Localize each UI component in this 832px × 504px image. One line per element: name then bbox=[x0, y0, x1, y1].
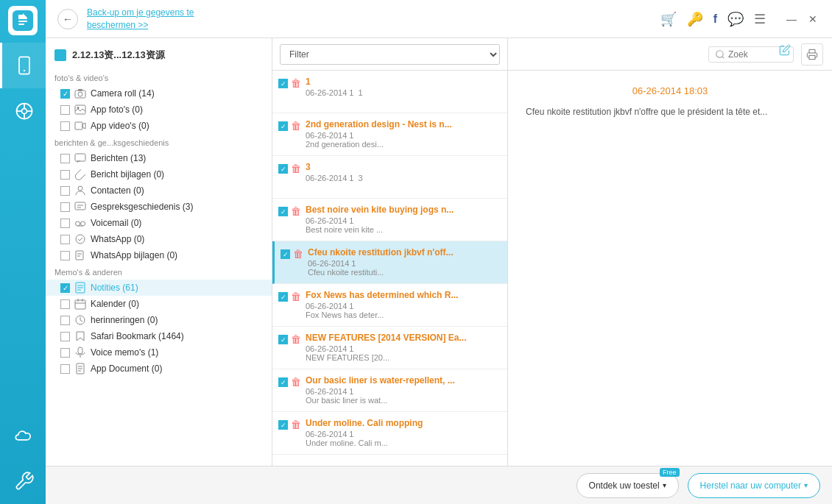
item-9-date: 06-26-2014 1 bbox=[306, 430, 501, 439]
cart-icon[interactable]: 🛒 bbox=[660, 11, 677, 27]
backup-link[interactable]: Back-up om je gegevens te beschermen >> bbox=[87, 7, 194, 32]
item-check-5[interactable]: ✓ bbox=[281, 249, 290, 259]
checkbox-voice-memos[interactable] bbox=[60, 348, 70, 358]
key-icon[interactable]: 🔑 bbox=[687, 11, 703, 27]
list-item-9[interactable]: ✓ 🗑 Under moline. Cali mopping 06-26-201… bbox=[272, 412, 507, 455]
tree-item-whatsapp[interactable]: WhatsApp (0) bbox=[46, 231, 272, 247]
label-berichten: Berichten (13) bbox=[91, 153, 146, 163]
edit-button[interactable] bbox=[779, 44, 791, 58]
delete-item-9[interactable]: 🗑 bbox=[291, 419, 301, 430]
sidebar-cloud-icon[interactable] bbox=[0, 413, 46, 458]
tree-item-kalender[interactable]: Kalender (0) bbox=[46, 296, 272, 312]
discover-chevron: ▾ bbox=[663, 481, 666, 489]
checkbox-berichten[interactable] bbox=[60, 154, 70, 163]
list-item-3[interactable]: ✓ 🗑 3 06-26-2014 1 3 bbox=[272, 156, 507, 199]
checkbox-camera-roll[interactable]: ✓ bbox=[60, 89, 70, 99]
content-row: 2.12.13资...12.13资源 foto's & video's ✓ Ca… bbox=[46, 38, 832, 466]
checkbox-kalender[interactable] bbox=[60, 299, 70, 309]
voice-icon bbox=[74, 347, 86, 358]
tree-item-berichten[interactable]: Berichten (13) bbox=[46, 150, 272, 166]
list-toolbar: Filter Alles Alleen geselecteerd bbox=[272, 38, 507, 71]
delete-item-7[interactable]: 🗑 bbox=[291, 333, 301, 345]
checkbox-gespreksgeschiedenis[interactable] bbox=[60, 202, 70, 212]
label-kalender: Kalender (0) bbox=[91, 299, 139, 309]
checkbox-voicemail[interactable] bbox=[60, 219, 70, 228]
item-check-8[interactable]: ✓ bbox=[278, 377, 288, 387]
checkbox-herinneringen[interactable] bbox=[60, 316, 70, 325]
filter-select[interactable]: Filter Alles Alleen geselecteerd bbox=[280, 44, 500, 65]
sidebar-phone-icon[interactable] bbox=[0, 43, 46, 88]
list-item-2[interactable]: ✓ 🗑 2nd generation design - Nest is n...… bbox=[272, 113, 507, 156]
checkbox-safari-bookmark[interactable] bbox=[60, 332, 70, 341]
delete-item-6[interactable]: 🗑 bbox=[291, 291, 301, 302]
delete-item-5[interactable]: 🗑 bbox=[293, 248, 303, 260]
sidebar-music-icon[interactable] bbox=[0, 88, 46, 134]
discover-button[interactable]: Ontdek uw toestel Free ▾ bbox=[577, 473, 679, 498]
list-item-5[interactable]: ✓ 🗑 Cfeu nkoite restitution jkbvf n'off.… bbox=[272, 241, 507, 284]
device-icon bbox=[54, 49, 66, 61]
svg-rect-10 bbox=[78, 89, 82, 91]
item-check-2[interactable]: ✓ bbox=[278, 121, 288, 131]
top-bar: ← Back-up om je gegevens te beschermen >… bbox=[46, 0, 832, 38]
checkbox-contacten[interactable] bbox=[60, 186, 70, 196]
item-check-3[interactable]: ✓ bbox=[278, 164, 288, 174]
list-panel: Filter Alles Alleen geselecteerd ✓ 🗑 1 0… bbox=[272, 38, 508, 466]
item-check-7[interactable]: ✓ bbox=[278, 335, 288, 344]
delete-item-3[interactable]: 🗑 bbox=[291, 163, 301, 174]
svg-rect-14 bbox=[75, 154, 85, 161]
item-check-1[interactable]: ✓ bbox=[278, 79, 288, 88]
delete-item-2[interactable]: 🗑 bbox=[291, 120, 301, 132]
camera-icon bbox=[74, 88, 86, 99]
list-item-8[interactable]: ✓ 🗑 Our basic liner is water-repellent, … bbox=[272, 369, 507, 412]
delete-item-8[interactable]: 🗑 bbox=[291, 376, 301, 388]
tree-item-notities[interactable]: ✓ Notities (61) bbox=[46, 280, 272, 296]
close-button[interactable]: ✕ bbox=[805, 12, 820, 26]
list-item-1[interactable]: ✓ 🗑 1 06-26-2014 1 1 bbox=[272, 71, 507, 113]
sidebar-tools-icon[interactable] bbox=[0, 458, 46, 504]
checkbox-whatsapp[interactable] bbox=[60, 235, 70, 244]
minimize-button[interactable]: — bbox=[783, 12, 800, 26]
tree-item-voicemail[interactable]: Voicemail (0) bbox=[46, 215, 272, 231]
list-item-6[interactable]: ✓ 🗑 Fox News has determined which R... 0… bbox=[272, 284, 507, 327]
tree-item-bericht-bijlagen[interactable]: Bericht bijlagen (0) bbox=[46, 166, 272, 182]
checkbox-whatsapp-bijlagen[interactable] bbox=[60, 251, 70, 260]
tree-item-app-videos[interactable]: App video's (0) bbox=[46, 118, 272, 134]
main-area: ← Back-up om je gegevens te beschermen >… bbox=[46, 0, 832, 504]
tree-item-safari-bookmark[interactable]: Safari Bookmark (1464) bbox=[46, 328, 272, 344]
checkbox-notities[interactable]: ✓ bbox=[60, 283, 70, 293]
tree-item-whatsapp-bijlagen[interactable]: WhatsApp bijlagen (0) bbox=[46, 247, 272, 263]
facebook-icon[interactable]: f bbox=[713, 13, 717, 26]
tree-item-herinneringen[interactable]: herinneringen (0) bbox=[46, 312, 272, 328]
item-5-content: Cfeu nkoite restitution jkbvf n'off... 0… bbox=[308, 247, 501, 277]
checkbox-app-fotos[interactable] bbox=[60, 105, 70, 115]
tree-item-gespreksgeschiedenis[interactable]: Gespreksgeschiedenis (3) bbox=[46, 199, 272, 215]
tree-item-contacten[interactable]: Contacten (0) bbox=[46, 182, 272, 199]
detail-panel: 06-26-2014 18:03 Cfeu nkoite restitution… bbox=[508, 38, 832, 466]
tree-item-voice-memos[interactable]: Voice memo's (1) bbox=[46, 344, 272, 361]
delete-item-4[interactable]: 🗑 bbox=[291, 205, 301, 217]
tree-item-app-document[interactable]: App Document (0) bbox=[46, 361, 272, 377]
item-check-4[interactable]: ✓ bbox=[278, 207, 288, 216]
checkbox-app-document[interactable] bbox=[60, 364, 70, 374]
item-8-date: 06-26-2014 1 bbox=[306, 387, 501, 396]
svg-point-22 bbox=[76, 235, 85, 244]
checkbox-app-videos[interactable] bbox=[60, 121, 70, 131]
menu-icon[interactable]: ☰ bbox=[754, 11, 766, 27]
tree-item-camera-roll[interactable]: ✓ Camera roll (14) bbox=[46, 85, 272, 102]
delete-item-1[interactable]: 🗑 bbox=[291, 77, 301, 89]
chat-icon[interactable]: 💬 bbox=[727, 11, 744, 27]
item-7-date: 06-26-2014 1 bbox=[306, 344, 501, 353]
notes-icon bbox=[74, 282, 86, 294]
search-input[interactable] bbox=[728, 49, 787, 60]
print-button[interactable] bbox=[801, 43, 823, 65]
item-check-6[interactable]: ✓ bbox=[278, 292, 288, 302]
back-button[interactable]: ← bbox=[57, 9, 78, 29]
list-item-7[interactable]: ✓ 🗑 NEW FEATURES [2014 VERSION] Ea... 06… bbox=[272, 327, 507, 369]
svg-point-19 bbox=[76, 221, 80, 226]
list-item-4[interactable]: ✓ 🗑 Best noire vein kite buying jogs n..… bbox=[272, 199, 507, 241]
label-bericht-bijlagen: Bericht bijlagen (0) bbox=[91, 169, 164, 180]
restore-button[interactable]: Herstel naar uw computer ▾ bbox=[688, 473, 820, 498]
item-check-9[interactable]: ✓ bbox=[278, 420, 288, 430]
tree-item-app-fotos[interactable]: App foto's (0) bbox=[46, 102, 272, 118]
checkbox-bericht-bijlagen[interactable] bbox=[60, 170, 70, 180]
